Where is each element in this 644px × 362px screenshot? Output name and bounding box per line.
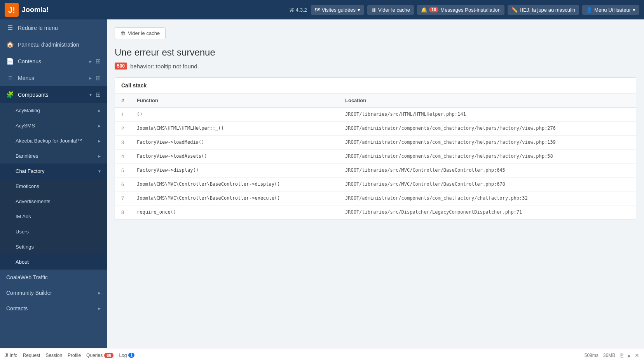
dropdown-arrow-icon: ▾ (358, 7, 360, 13)
bottombar-item-request[interactable]: Request (23, 353, 40, 358)
sidebar-item-acysms[interactable]: AcySMS ▸ (0, 118, 107, 133)
sidebar-item-composants[interactable]: 🧩 Composants ▾ ⊞ (0, 86, 107, 103)
copy-icon[interactable]: ⎘ (620, 352, 623, 359)
bottombar-badge-log: 1 (128, 353, 134, 358)
bottombar-item-jinfo[interactable]: J! Info (5, 353, 17, 358)
row-location: JROOT/libraries/src/MVC/Controller/BaseC… (339, 178, 636, 191)
sidebar-item-about[interactable]: About (0, 254, 107, 270)
table-row: 1 () JROOT/libraries/src/HTML/HTMLHelper… (115, 108, 636, 122)
logo[interactable]: J! Joomla! (5, 3, 49, 17)
row-num: 7 (115, 191, 131, 205)
sidebar-item-menus[interactable]: ≡ Menus ▸ ⊞ (0, 70, 107, 86)
row-function: FactoryView->loadAssets() (131, 150, 339, 164)
communitybuilder-label: Community Builder (6, 290, 94, 296)
user-menu-label: Menu Utilisateur (594, 7, 631, 13)
trash-icon: 🗑 (371, 7, 376, 13)
col-location-header: Location (339, 94, 636, 108)
acysms-label: AcySMS (16, 123, 94, 129)
layout: ☰ Réduire le menu 🏠 Panneau d'administra… (0, 19, 644, 348)
row-num: 2 (115, 122, 131, 136)
sidebar-item-imads[interactable]: IM Ads (0, 209, 107, 224)
sidebar-item-coalawebtraffic[interactable]: CoalaWeb Traffic (0, 270, 107, 285)
row-function: () (131, 108, 339, 122)
row-function: require_once() (131, 205, 339, 219)
menus-label: Menus (18, 75, 86, 81)
row-function: Joomla\CMS\MVC\Controller\BaseController… (131, 191, 339, 205)
bottombar-label-session: Session (45, 353, 62, 358)
row-function: Joomla\CMS\MVC\Controller\BaseController… (131, 178, 339, 191)
guided-tours-label: Visites guidées (322, 7, 356, 13)
table-row: 3 FactoryView->loadMedia() JROOT/adminis… (115, 136, 636, 150)
bottombar-items: J! InfoRequestSessionProfileQueries 66Lo… (5, 353, 134, 358)
error-status-code: 500 (115, 63, 127, 70)
bannieres-arrow-icon: ▸ (98, 153, 101, 159)
row-num: 1 (115, 108, 131, 122)
bottombar-label-profile: Profile (68, 353, 81, 358)
sidebar-item-acymailing[interactable]: AcyMailing ▸ (0, 103, 107, 118)
composants-icon: 🧩 (6, 91, 14, 98)
sidebar-item-advertisements[interactable]: Advertisements (0, 194, 107, 209)
sidebar-item-admin-panel[interactable]: 🏠 Panneau d'administration (0, 36, 107, 53)
acysms-arrow-icon: ▸ (98, 123, 101, 129)
error-message: 500 behavior::tooltip not found. (115, 63, 636, 70)
sidebar-item-reduce-menu[interactable]: ☰ Réduire le menu (0, 19, 107, 36)
joomla-logo-icon: J! (5, 3, 19, 17)
sidebar-item-contenus[interactable]: 📄 Contenus ▸ ⊞ (0, 53, 107, 70)
communitybuilder-arrow-icon: ▸ (98, 290, 101, 296)
bottombar-icons: ⎘ ▲ ✕ (620, 352, 639, 359)
row-location: JROOT/libraries/src/HTML/HTMLHelper.php:… (339, 108, 636, 122)
sidebar-item-settings[interactable]: Settings (0, 239, 107, 254)
error-message-text: behavior::tooltip not found. (130, 63, 199, 70)
composants-label: Composants (18, 92, 86, 98)
callstack-header: Call stack (115, 78, 636, 94)
clear-cache-label: Vider le cache (128, 30, 160, 36)
user-menu-button[interactable]: 👤 Menu Utilisateur ▾ (582, 5, 639, 15)
sidebar-item-akeeba[interactable]: Akeeba Backup for Joomla!™ ▸ (0, 133, 107, 148)
contenus-grid-icon: ⊞ (96, 57, 101, 65)
row-num: 3 (115, 136, 131, 150)
close-icon[interactable]: ✕ (635, 352, 639, 359)
notifications-button[interactable]: 🔔 10 Messages Post-installation (417, 5, 504, 15)
sidebar-item-communitybuilder[interactable]: Community Builder ▸ (0, 285, 107, 301)
sidebar-item-emoticons[interactable]: Emoticons (0, 179, 107, 194)
clear-cache-topbar-button[interactable]: 🗑 Vider le cache (367, 5, 414, 15)
menus-arrow-icon: ▸ (89, 75, 92, 81)
clear-cache-button[interactable]: 🗑 Vider le cache (115, 27, 166, 39)
row-location: JROOT/libraries/src/Dispatcher/LegacyCom… (339, 205, 636, 219)
error-title: Une erreur est survenue (115, 47, 636, 58)
version-label: ⌘ 4.3.2 (289, 7, 307, 13)
admin-panel-label: Panneau d'administration (18, 42, 101, 48)
sidebar-item-bannieres[interactable]: Bannières ▸ (0, 148, 107, 164)
bottombar-item-log[interactable]: Log 1 (119, 353, 134, 358)
row-num: 6 (115, 178, 131, 191)
user-menu-arrow-icon: ▾ (633, 7, 635, 13)
bottombar-item-profile[interactable]: Profile (68, 353, 81, 358)
row-num: 5 (115, 164, 131, 178)
edit-icon: ✏️ (511, 7, 518, 13)
guided-tours-button[interactable]: 🗺 Visites guidées ▾ (311, 5, 364, 15)
sidebar-item-contacts[interactable]: Contacts ▸ (0, 301, 107, 316)
sidebar: ☰ Réduire le menu 🏠 Panneau d'administra… (0, 19, 107, 348)
sidebar-item-users[interactable]: Users (0, 224, 107, 239)
callstack-tbody: 1 () JROOT/libraries/src/HTML/HTMLHelper… (115, 108, 636, 219)
coalawebtraffic-label: CoalaWeb Traffic (6, 274, 101, 280)
expand-icon[interactable]: ▲ (626, 352, 632, 359)
table-row: 4 FactoryView->loadAssets() JROOT/admini… (115, 150, 636, 164)
edit-user-button[interactable]: ✏️ HEJ, la jupe au masculin (508, 5, 579, 15)
bannieres-label: Bannières (16, 153, 94, 159)
row-location: JROOT/administrator/components/com_chatf… (339, 136, 636, 150)
bottombar-item-session[interactable]: Session (45, 353, 62, 358)
chatfactory-arrow-icon: ▾ (98, 169, 101, 174)
emoticons-label: Emoticons (16, 183, 101, 189)
home-icon: 🏠 (6, 41, 14, 48)
sidebar-item-chatfactory[interactable]: Chat Factory ▾ (0, 164, 107, 179)
reduce-menu-label: Réduire le menu (18, 25, 101, 31)
settings-label: Settings (16, 244, 101, 250)
chatfactory-label: Chat Factory (16, 168, 94, 174)
col-number-header: # (115, 94, 131, 108)
row-function: FactoryView->display() (131, 164, 339, 178)
bottombar-item-queries[interactable]: Queries 66 (86, 353, 113, 358)
row-num: 4 (115, 150, 131, 164)
chatfactory-submenu: Emoticons Advertisements IM Ads Users Se… (0, 179, 107, 270)
app-name: Joomla! (22, 6, 49, 14)
